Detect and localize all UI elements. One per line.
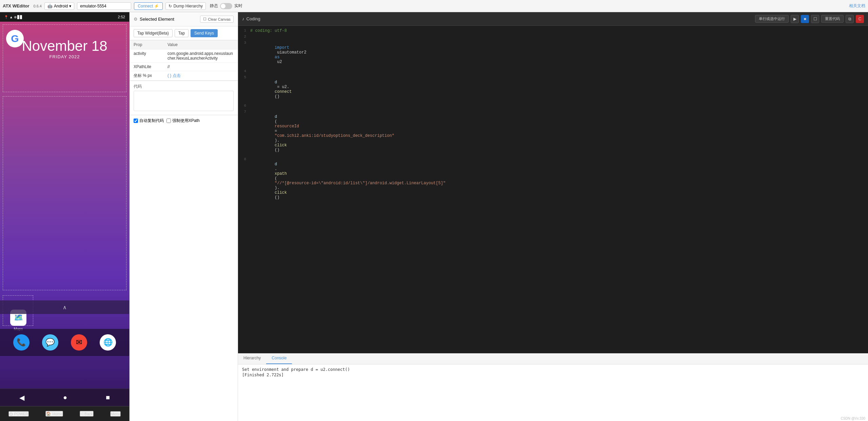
back-nav-icon[interactable]: ◀ bbox=[19, 394, 24, 402]
coding-title: ♪ Coding bbox=[242, 16, 260, 21]
bottom-panel: Hierarchy Console Set environment and pr… bbox=[238, 353, 868, 421]
options-section: 自动复制代码 强制使用XPath bbox=[130, 115, 238, 126]
phone-weekday: FRIDAY 2022 bbox=[0, 54, 129, 59]
action-buttons: Tap Widget(Beta) Tap Send Keys bbox=[130, 26, 238, 40]
signal-icons: ▲ ⊕ ▊▊ bbox=[9, 15, 23, 19]
phone-panel: 📍 ▲ ⊕ ▊▊ 2:52 G November 18 FRIDAY 2022 … bbox=[0, 12, 130, 421]
element-inspector-panel: ⚙ Selected Element ☐ Clear Canvas Tap Wi… bbox=[130, 12, 238, 421]
auto-copy-checkbox[interactable]: 自动复制代码 bbox=[134, 118, 164, 124]
phone-status-bar: 📍 ▲ ⊕ ▊▊ 2:52 bbox=[0, 12, 129, 22]
phone-action-bar: ⏻ POWER 🏠 Home ◁ Back Menu bbox=[0, 406, 129, 421]
chevron-down-icon: ▾ bbox=[69, 4, 71, 8]
app-version: 0.6.4 bbox=[33, 4, 41, 8]
code-line-8: 8 d . xpath ( "//*[@resource-id=\"androi… bbox=[238, 157, 868, 205]
mode-toggle-group: 静态 实时 bbox=[210, 3, 242, 9]
phone-dock: 📞 💬 ✉ 🌐 bbox=[0, 329, 129, 356]
code-line-3: 3 import uiautomator2 as u2 bbox=[238, 41, 868, 69]
checkbox-code-icon[interactable]: ☐ bbox=[811, 15, 819, 23]
main-layout: 📍 ▲ ⊕ ▊▊ 2:52 G November 18 FRIDAY 2022 … bbox=[0, 12, 868, 421]
dump-hierarchy-button[interactable]: ↻ Dump Hierarchy bbox=[165, 2, 206, 10]
static-label: 静态 bbox=[210, 3, 218, 9]
props-header: Prop Value bbox=[130, 40, 238, 49]
play-icon[interactable]: ▶ bbox=[791, 15, 799, 23]
watermark: CSDN @Vx:330 bbox=[841, 417, 865, 420]
chevron-up-icon: ∧ bbox=[63, 304, 67, 311]
selection-rect-mid bbox=[3, 96, 126, 290]
back-arrow-icon: ◁ bbox=[80, 412, 83, 416]
music-icon: ♪ bbox=[242, 16, 244, 21]
stop-icon[interactable]: ■ bbox=[801, 15, 809, 23]
send-keys-button[interactable]: Send Keys bbox=[191, 29, 218, 37]
console-output: Set environment and prepare d = u2.conne… bbox=[238, 364, 868, 421]
element-header: ⚙ Selected Element ☐ Clear Canvas bbox=[130, 12, 238, 26]
code-textarea[interactable] bbox=[134, 91, 234, 111]
code-line-6: 6 bbox=[238, 104, 868, 110]
dock-phone-icon[interactable]: 📞 bbox=[13, 334, 29, 351]
clear-icon[interactable]: C bbox=[856, 15, 864, 23]
back-button[interactable]: ◁ Back bbox=[80, 411, 93, 417]
phone-date: November 18 FRIDAY 2022 bbox=[0, 38, 129, 59]
status-icons: 📍 ▲ ⊕ ▊▊ bbox=[4, 15, 23, 19]
toolbar: ATX WEditor 0.6.4 🤖 Android ▾ Connect ⚡ … bbox=[0, 0, 868, 12]
option-row: 自动复制代码 强制使用XPath bbox=[134, 118, 234, 124]
power-button[interactable]: ⏻ POWER bbox=[8, 411, 29, 417]
recent-nav-icon[interactable]: ■ bbox=[106, 394, 110, 401]
prop-row-xpath: XPathLite // bbox=[130, 63, 238, 71]
bottom-tabs: Hierarchy Console bbox=[238, 354, 868, 364]
prop-row-activity: activity com.google.android.apps.nexusla… bbox=[130, 49, 238, 63]
dock-chrome-icon[interactable]: 🌐 bbox=[100, 334, 116, 351]
force-xpath-checkbox[interactable]: 强制使用XPath bbox=[166, 118, 200, 124]
phone-nav-bar: ◀ ● ■ bbox=[0, 388, 129, 406]
home-nav-icon[interactable]: ● bbox=[63, 394, 67, 401]
tap-widget-button[interactable]: Tap Widget(Beta) bbox=[134, 29, 173, 37]
location-icon: 📍 bbox=[4, 15, 8, 19]
tab-console[interactable]: Console bbox=[266, 354, 292, 364]
clear-canvas-button[interactable]: ☐ Clear Canvas bbox=[200, 16, 234, 23]
code-editor-panel: ♪ Coding 单行或选中运行 ▶ ■ ☐ 重置代码 ⧉ C 1 # codi… bbox=[238, 12, 868, 421]
help-link[interactable]: 相关文档 bbox=[849, 3, 865, 9]
phone-month-day: November 18 bbox=[0, 38, 129, 54]
emulator-input[interactable] bbox=[77, 2, 131, 10]
props-table: Prop Value activity com.google.android.a… bbox=[130, 40, 238, 81]
code-editor[interactable]: 1 # coding: utf-8 2 3 import uiautomator… bbox=[238, 26, 868, 353]
code-line-1: 1 # coding: utf-8 bbox=[238, 28, 868, 35]
refresh-icon: ↻ bbox=[169, 4, 172, 8]
code-section: 代码 bbox=[130, 81, 238, 115]
code-line-4: 4 bbox=[238, 69, 868, 75]
phone-landscape-bar[interactable]: ∧ bbox=[0, 300, 129, 314]
menu-button[interactable]: Menu bbox=[110, 411, 121, 417]
platform-select[interactable]: 🤖 Android ▾ bbox=[44, 2, 74, 10]
app-title: ATX WEditor bbox=[3, 3, 29, 8]
prop-row-coords: 坐标 % px ( ) 点击 bbox=[130, 71, 238, 81]
code-line-5: 5 d = u2. connect () bbox=[238, 75, 868, 104]
phone-screen[interactable]: G November 18 FRIDAY 2022 🗺️ Maps ∧ 📞 💬 … bbox=[0, 22, 129, 388]
mode-toggle-switch[interactable] bbox=[220, 3, 232, 9]
realtime-label: 实时 bbox=[234, 3, 242, 9]
android-icon: 🤖 bbox=[47, 4, 53, 8]
console-line-2: [Finished 2.722s] bbox=[242, 373, 864, 377]
home-button[interactable]: 🏠 Home bbox=[45, 411, 63, 417]
console-line-1: Set environment and prepare d = u2.conne… bbox=[242, 367, 864, 372]
dock-gmail-icon[interactable]: ✉ bbox=[71, 334, 87, 351]
auto-copy-input[interactable] bbox=[134, 119, 138, 123]
tap-button[interactable]: Tap bbox=[175, 29, 189, 37]
home-icon: 🏠 bbox=[46, 412, 51, 416]
phone-time: 2:52 bbox=[118, 15, 125, 19]
connect-button[interactable]: Connect ⚡ bbox=[134, 2, 163, 10]
settings-icon: ⚙ bbox=[134, 17, 138, 22]
code-line-7: 7 d ( resourceId = "com.ichi2.anki:id/st… bbox=[238, 110, 868, 157]
checkbox-icon: ☐ bbox=[203, 17, 206, 21]
code-toolbar: 单行或选中运行 ▶ ■ ☐ 重置代码 ⧉ C bbox=[755, 15, 864, 23]
force-xpath-input[interactable] bbox=[166, 119, 171, 123]
run-selected-button[interactable]: 单行或选中运行 bbox=[755, 15, 789, 23]
copy-icon[interactable]: ⧉ bbox=[846, 15, 854, 23]
element-title: ⚙ Selected Element bbox=[134, 17, 174, 22]
code-editor-header: ♪ Coding 单行或选中运行 ▶ ■ ☐ 重置代码 ⧉ C bbox=[238, 12, 868, 26]
power-icon: ⏻ bbox=[9, 412, 13, 416]
dock-messages-icon[interactable]: 💬 bbox=[42, 334, 58, 351]
reset-code-button[interactable]: 重置代码 bbox=[821, 15, 844, 23]
code-line-2: 2 bbox=[238, 35, 868, 41]
tab-hierarchy[interactable]: Hierarchy bbox=[238, 354, 266, 364]
